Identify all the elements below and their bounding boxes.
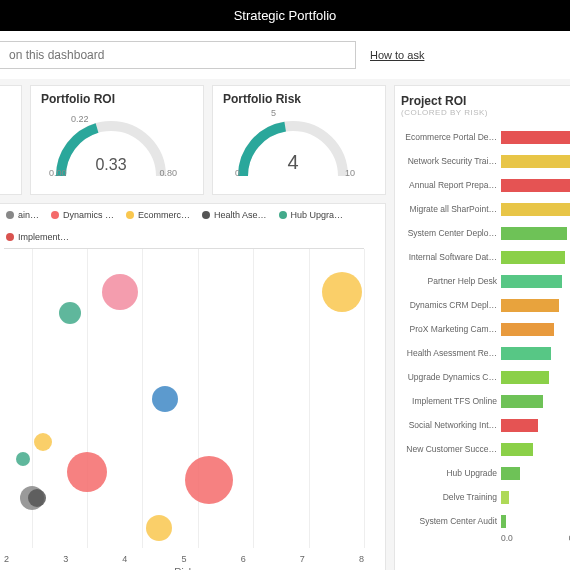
legend-item[interactable]: ain… <box>6 210 39 220</box>
bubble-point[interactable] <box>102 274 138 310</box>
bar-fill <box>501 347 551 360</box>
gauge-tick: 5 <box>271 108 276 118</box>
legend-item[interactable]: Dynamics … <box>51 210 114 220</box>
bar-track <box>501 443 570 456</box>
card-project-roi[interactable]: Project ROI (COLORED BY RISK) Ecommerce … <box>394 85 570 570</box>
bar-row[interactable]: Hub Upgrade <box>401 461 570 485</box>
bar-track <box>501 347 570 360</box>
bar-row[interactable]: Internal Software Dat… <box>401 245 570 269</box>
search-input[interactable] <box>0 41 356 69</box>
bar-label: Annual Report Prepa… <box>401 180 497 190</box>
bar-fill <box>501 275 562 288</box>
bar-row[interactable]: Annual Report Prepa… <box>401 173 570 197</box>
bar-label: System Center Deplo… <box>401 228 497 238</box>
bar-fill <box>501 131 570 144</box>
card-title: Portfolio ROI <box>41 92 193 106</box>
legend-item[interactable]: Hub Upgra… <box>279 210 344 220</box>
bar-row[interactable]: Ecommerce Portal De… <box>401 125 570 149</box>
bar-row[interactable]: Migrate all SharPoint… <box>401 197 570 221</box>
xtick: 4 <box>122 554 127 564</box>
project-roi-subtitle: (COLORED BY RISK) <box>401 108 570 117</box>
bar-track <box>501 203 570 216</box>
legend-dot-icon <box>6 211 14 219</box>
bubble-plot[interactable]: 2345678 Risk <box>4 248 364 548</box>
legend-dot-icon <box>51 211 59 219</box>
bar-row[interactable]: Social Networking Int… <box>401 413 570 437</box>
bar-track <box>501 371 570 384</box>
bar-label: Implement TFS Online <box>401 396 497 406</box>
legend-item[interactable]: Ecommerc… <box>126 210 190 220</box>
bar-label: New Customer Succe… <box>401 444 497 454</box>
bar-fill <box>501 467 520 480</box>
bar-label: Network Security Trai… <box>401 156 497 166</box>
how-to-ask-link[interactable]: How to ask <box>370 49 424 61</box>
gauge-value: 4 <box>223 151 363 174</box>
bar-row[interactable]: Dynamics CRM Depl… <box>401 293 570 317</box>
bubble-point[interactable] <box>146 515 172 541</box>
bar-track <box>501 419 570 432</box>
bubble-point[interactable] <box>28 489 46 507</box>
bubble-point[interactable] <box>34 433 52 451</box>
bubble-point[interactable] <box>16 452 30 466</box>
legend-dot-icon <box>6 233 14 241</box>
bar-row[interactable]: New Customer Succe… <box>401 437 570 461</box>
bar-row[interactable]: Health Asessment Re… <box>401 341 570 365</box>
card-portfolio-roi[interactable]: Portfolio ROI 0.22 0.00 0.80 0.33 <box>30 85 204 195</box>
search-bar: How to ask <box>0 31 570 79</box>
bar-row[interactable]: Partner Help Desk <box>401 269 570 293</box>
bar-row[interactable]: Upgrade Dynamics C… <box>401 365 570 389</box>
bubble-point[interactable] <box>59 302 81 324</box>
bar-fill <box>501 203 570 216</box>
bar-fill <box>501 371 549 384</box>
bar-track <box>501 179 570 192</box>
legend-label: Implement… <box>18 232 69 242</box>
bar-label: Delve Training <box>401 492 497 502</box>
bubble-point[interactable] <box>185 456 233 504</box>
bar-row[interactable]: Network Security Trai… <box>401 149 570 173</box>
bar-row[interactable]: Delve Training <box>401 485 570 509</box>
bar-track <box>501 491 570 504</box>
bar-track <box>501 275 570 288</box>
bar-fill <box>501 179 570 192</box>
bubble-point[interactable] <box>67 452 107 492</box>
bubble-point[interactable] <box>322 272 362 312</box>
legend-label: Ecommerc… <box>138 210 190 220</box>
bar-row[interactable]: System Center Audit <box>401 509 570 533</box>
bar-label: Internal Software Dat… <box>401 252 497 262</box>
bar-track <box>501 467 570 480</box>
bar-label: ProX Marketing Cam… <box>401 324 497 334</box>
legend-item[interactable]: Implement… <box>6 232 69 242</box>
xtick: 5 <box>181 554 186 564</box>
xtick: 3 <box>63 554 68 564</box>
bar-label: Social Networking Int… <box>401 420 497 430</box>
card-portfolio-risk[interactable]: Portfolio Risk 5 0 10 4 <box>212 85 386 195</box>
project-roi-bars: Ecommerce Portal De…Network Security Tra… <box>401 125 570 533</box>
bar-row[interactable]: System Center Deplo… <box>401 221 570 245</box>
bar-track <box>501 155 570 168</box>
bar-row[interactable]: ProX Marketing Cam… <box>401 317 570 341</box>
bubble-xaxis: 2345678 <box>4 554 364 564</box>
legend-dot-icon <box>202 211 210 219</box>
card-partial <box>0 85 22 195</box>
bar-fill <box>501 227 567 240</box>
bar-row[interactable]: Implement TFS Online <box>401 389 570 413</box>
bar-fill <box>501 323 554 336</box>
bar-fill <box>501 299 559 312</box>
app-header: Strategic Portfolio <box>0 0 570 31</box>
bar-fill <box>501 491 509 504</box>
bubble-point[interactable] <box>152 386 178 412</box>
legend-label: ain… <box>18 210 39 220</box>
xtick: 8 <box>359 554 364 564</box>
bar-fill <box>501 395 543 408</box>
bar-track <box>501 299 570 312</box>
bar-label: Dynamics CRM Depl… <box>401 300 497 310</box>
gauge-value: 0.33 <box>41 156 181 174</box>
xtick: 6 <box>241 554 246 564</box>
legend-item[interactable]: Health Ase… <box>202 210 267 220</box>
bar-track <box>501 395 570 408</box>
card-title: Portfolio Risk <box>223 92 375 106</box>
legend-label: Health Ase… <box>214 210 267 220</box>
card-bubble-chart[interactable]: ain…Dynamics …Ecommerc…Health Ase…Hub Up… <box>0 203 386 570</box>
legend-dot-icon <box>126 211 134 219</box>
app-title: Strategic Portfolio <box>234 8 337 23</box>
